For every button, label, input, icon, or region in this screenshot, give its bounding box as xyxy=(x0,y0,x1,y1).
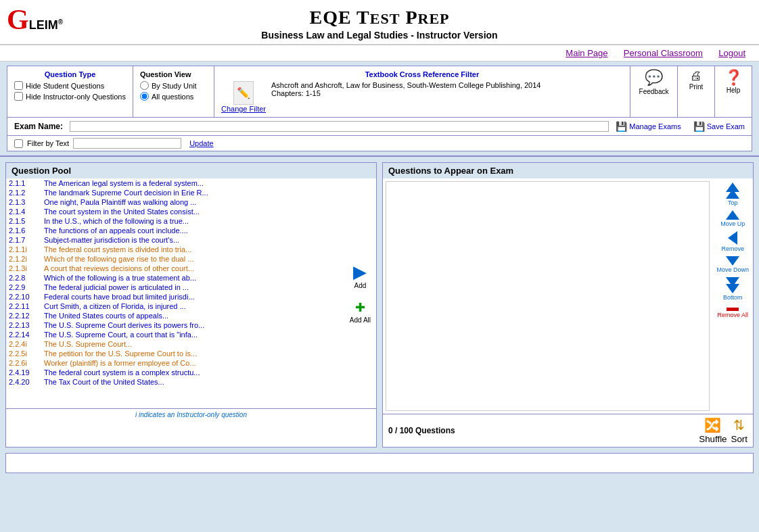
pool-list-item[interactable]: 2.2.9The federal judicial power is artic… xyxy=(6,283,344,292)
pool-list-item[interactable]: 2.1.1iThe federal court system is divide… xyxy=(6,245,344,254)
pool-list-item[interactable]: 2.1.1The American legal system is a fede… xyxy=(6,178,344,188)
add-icon: ▶ xyxy=(353,263,367,281)
personal-classroom-link[interactable]: Personal Classroom xyxy=(624,48,703,58)
pool-item-num: 2.1.2i xyxy=(9,255,44,263)
pool-item-num: 2.2.12 xyxy=(9,312,44,320)
all-questions-radio[interactable] xyxy=(140,92,149,101)
manage-exams-label: Manage Exams xyxy=(629,122,681,130)
save-exam-label: Save Exam xyxy=(707,122,745,130)
pool-item-num: 2.4.20 xyxy=(9,378,44,386)
appear-footer: 0 / 100 Questions 🔀 Shuffle ⇅ Sort xyxy=(383,414,753,447)
pencil-icon[interactable]: ✏️ xyxy=(233,81,254,105)
bottom-bar xyxy=(5,453,754,473)
move-up-button[interactable]: Move Up xyxy=(720,210,745,227)
appear-list-wrapper xyxy=(383,178,712,414)
add-all-button[interactable]: ✚ Add All xyxy=(350,300,371,324)
pool-list-item[interactable]: 2.1.2The landmark Supreme Court decision… xyxy=(6,188,344,197)
hide-instructor-checkbox[interactable] xyxy=(14,92,23,101)
pool-item-num: 2.2.13 xyxy=(9,321,44,329)
pool-list-item[interactable]: 2.2.12The United States courts of appeal… xyxy=(6,311,344,320)
pool-item-text: Curt Smith, a citizen of Florida, is inj… xyxy=(44,302,342,310)
remove-all-icon xyxy=(727,308,739,311)
logout-link[interactable]: Logout xyxy=(718,48,745,58)
pool-list-item[interactable]: 2.2.11Curt Smith, a citizen of Florida, … xyxy=(6,301,344,311)
pool-list-item[interactable]: 2.2.4iThe U.S. Supreme Court... xyxy=(6,339,344,349)
help-icon[interactable]: ❓ xyxy=(724,69,743,87)
all-questions-row: All questions xyxy=(140,92,207,101)
pool-list-item[interactable]: 2.4.20The Tax Court of the United States… xyxy=(6,377,344,387)
pool-header: Question Pool xyxy=(6,163,376,178)
pool-list-item[interactable]: 2.1.2iWhich of the following gave rise t… xyxy=(6,254,344,264)
pool-list-item[interactable]: 2.1.6The functions of an appeals court i… xyxy=(6,226,344,235)
update-button[interactable]: Update xyxy=(189,139,213,147)
pool-item-num: 2.4.19 xyxy=(9,368,44,377)
filter-area: Question Type Hide Student Questions Hid… xyxy=(0,62,759,157)
hide-student-label: Hide Student Questions xyxy=(26,82,104,90)
pool-item-text: The federal judicial power is articulate… xyxy=(44,283,342,291)
pool-list-item[interactable]: 2.4.19The federal court system is a comp… xyxy=(6,368,344,377)
question-pool-panel: Question Pool 2.1.1The American legal sy… xyxy=(5,162,377,448)
shuffle-button[interactable]: 🔀 Shuffle xyxy=(699,417,727,444)
pool-list-item[interactable]: 2.1.5In the U.S., which of the following… xyxy=(6,216,344,226)
pool-list-item[interactable]: 2.2.14The U.S. Supreme Court, a court th… xyxy=(6,330,344,339)
gleim-logo: GLEIM® xyxy=(7,5,63,34)
pool-list-item[interactable]: 2.1.7Subject-matter jurisdiction is the … xyxy=(6,235,344,245)
nav-links: Main Page Personal Classroom Logout xyxy=(0,45,759,62)
app-subtitle: Business Law and Legal Studies - Instruc… xyxy=(0,30,759,41)
remove-button[interactable]: Remove xyxy=(721,231,744,252)
pool-item-num: 2.1.7 xyxy=(9,236,44,244)
remove-all-button[interactable]: Remove All xyxy=(717,308,748,318)
feedback-area: 💬 Feedback xyxy=(630,66,677,117)
filter-text-checkbox[interactable] xyxy=(14,139,23,148)
question-type-box: Question Type Hide Student Questions Hid… xyxy=(7,66,133,117)
pool-list-item[interactable]: 2.2.10Federal courts have broad but limi… xyxy=(6,292,344,301)
pool-list-item[interactable]: 2.2.13The U.S. Supreme Court derives its… xyxy=(6,320,344,330)
appear-list[interactable] xyxy=(386,181,710,411)
by-study-unit-label: By Study Unit xyxy=(152,82,197,90)
move-down-icon xyxy=(726,256,739,266)
save-exam-button[interactable]: 💾 Save Exam xyxy=(693,121,745,132)
pool-body: 2.1.1The American legal system is a fede… xyxy=(6,178,376,408)
pool-list[interactable]: 2.1.1The American legal system is a fede… xyxy=(6,178,344,408)
pool-list-item[interactable]: 2.1.4The court system in the United Stat… xyxy=(6,207,344,216)
bottom-icon xyxy=(726,277,739,293)
pool-list-item[interactable]: 2.2.5iThe petition for the U.S. Supreme … xyxy=(6,349,344,358)
add-button[interactable]: ▶ Add xyxy=(353,263,367,289)
pool-list-item[interactable]: 2.1.3One night, Paula Plaintiff was walk… xyxy=(6,197,344,207)
textbook-box: Textbook Cross Reference Filter ✏️ Chang… xyxy=(214,66,630,117)
change-filter-link[interactable]: Change Filter xyxy=(221,105,266,113)
appear-title: Questions to Appear on Exam xyxy=(388,166,513,176)
by-study-unit-row: By Study Unit xyxy=(140,81,207,90)
pool-item-num: 2.1.1 xyxy=(9,179,44,187)
question-view-box: Question View By Study Unit All question… xyxy=(133,66,214,117)
pool-item-text: The court system in the United States co… xyxy=(44,208,342,216)
bottom-button[interactable]: Bottom xyxy=(723,277,743,301)
hide-student-checkbox[interactable] xyxy=(14,81,23,90)
exam-name-input[interactable] xyxy=(70,121,609,132)
question-type-title: Question Type xyxy=(14,70,126,78)
help-area: ❓ Help xyxy=(714,66,752,117)
pool-list-item[interactable]: 2.2.6iWorker (plaintiff) is a former emp… xyxy=(6,358,344,368)
manage-exams-icon: 💾 xyxy=(616,121,627,132)
pool-list-item[interactable]: 2.2.8Which of the following is a true st… xyxy=(6,273,344,283)
add-label: Add xyxy=(354,282,367,289)
manage-exams-button[interactable]: 💾 Manage Exams xyxy=(616,121,681,132)
pool-item-text: Subject-matter jurisdiction is the court… xyxy=(44,236,342,244)
app-title: EQE TEST PREP xyxy=(0,7,759,28)
pool-item-num: 2.1.1i xyxy=(9,245,44,253)
sort-button[interactable]: ⇅ Sort xyxy=(731,417,748,444)
feedback-icon[interactable]: 💬 xyxy=(645,69,663,87)
pool-item-num: 2.1.5 xyxy=(9,217,44,225)
main-page-link[interactable]: Main Page xyxy=(566,48,607,58)
pool-item-text: The federal court system is divided into… xyxy=(44,245,342,253)
by-study-unit-radio[interactable] xyxy=(140,81,149,90)
move-down-button[interactable]: Move Down xyxy=(716,256,749,273)
filter-text-input[interactable] xyxy=(73,138,181,149)
pool-item-num: 2.2.9 xyxy=(9,283,44,291)
remove-all-label: Remove All xyxy=(717,312,748,318)
top-button[interactable]: Top xyxy=(726,183,739,206)
pool-item-text: Which of the following gave rise to the … xyxy=(44,255,342,263)
pool-list-item[interactable]: 2.1.3iA court that reviews decisions of … xyxy=(6,264,344,273)
print-icon[interactable]: 🖨 xyxy=(690,69,702,83)
remove-label: Remove xyxy=(721,245,744,252)
